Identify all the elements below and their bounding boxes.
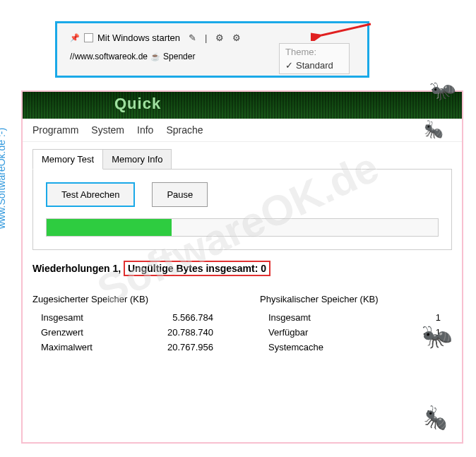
start-with-windows-checkbox[interactable]	[84, 33, 93, 42]
theme-dropdown[interactable]: Theme: ✓Standard	[279, 43, 350, 74]
start-with-windows-label: Mit Windows starten	[97, 32, 180, 43]
committed-limit-value: 20.788.740	[154, 327, 225, 338]
pin-icon[interactable]: 📌	[70, 33, 80, 42]
committed-max-label: Maximalwert	[41, 342, 93, 352]
menu-bar: Programm System Info Sprache	[23, 119, 462, 142]
divider: |	[205, 32, 207, 43]
red-arrow-icon	[311, 20, 374, 41]
physical-avail-label: Verfügbar	[268, 327, 308, 338]
app-window: Quick Programm System Info Sprache Memor…	[21, 90, 463, 444]
abort-test-button[interactable]: Test Abrechen	[46, 182, 135, 207]
menu-system[interactable]: System	[91, 124, 124, 136]
invalid-bytes-highlight: Ungültige Bytes insgesamt: 0	[124, 261, 270, 276]
committed-header: Zugesicherter Speicher (KB)	[32, 294, 225, 304]
menu-programm[interactable]: Programm	[32, 124, 78, 136]
physical-header: Physikalischer Speicher (KB)	[260, 294, 452, 304]
bug-decoration-3: 🐜	[420, 319, 454, 352]
menu-info[interactable]: Info	[137, 124, 153, 136]
physical-cache-label: Systemcache	[268, 342, 323, 352]
coffee-icon: ☕	[150, 52, 160, 61]
tab-panel: Test Abrechen Pause	[32, 169, 452, 250]
donate-link[interactable]: Spender	[163, 52, 195, 61]
committed-memory-section: Zugesicherter Speicher (KB) Insgesamt5.5…	[32, 294, 225, 355]
svg-line-1	[321, 24, 371, 35]
physical-total-label: Insgesamt	[268, 312, 311, 323]
website-link[interactable]: //www.softwareok.de	[70, 52, 148, 61]
progress-fill	[47, 219, 172, 236]
check-icon: ✓	[285, 60, 293, 71]
committed-total-value: 5.566.784	[154, 312, 225, 323]
app-title: Quick	[114, 95, 161, 113]
menu-sprache[interactable]: Sprache	[166, 124, 203, 136]
tab-memory-test[interactable]: Memory Test	[32, 149, 103, 170]
progress-bar	[46, 218, 439, 237]
tool-icon-1[interactable]: ⚙	[215, 32, 224, 43]
tab-memory-info[interactable]: Memory Info	[102, 149, 172, 170]
tab-strip: Memory Test Memory Info	[32, 149, 452, 170]
committed-limit-label: Grenzwert	[41, 327, 83, 338]
edit-icon[interactable]: ✎	[189, 32, 196, 43]
status-line: Wiederholungen 1, Ungültige Bytes insges…	[32, 263, 452, 274]
tool-icon-2[interactable]: ⚙	[232, 32, 241, 43]
theme-label: Theme:	[285, 47, 343, 57]
committed-max-value: 20.767.956	[154, 342, 225, 352]
side-website-label: www.SoftwareOk.de :-)	[0, 127, 7, 228]
committed-total-label: Insgesamt	[41, 312, 83, 323]
repetitions-label: Wiederholungen 1,	[32, 263, 124, 274]
pause-button[interactable]: Pause	[152, 182, 208, 207]
title-bar: Quick	[23, 92, 462, 119]
theme-standard-option[interactable]: Standard	[296, 60, 333, 71]
